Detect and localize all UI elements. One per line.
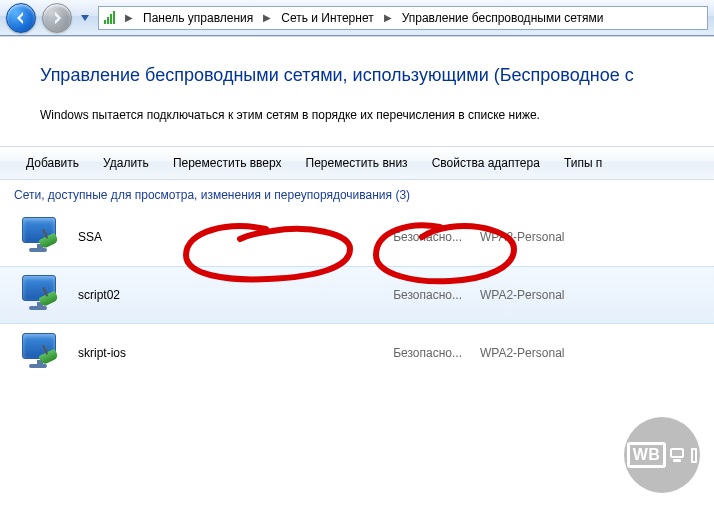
chevron-right-icon: ▶ (382, 12, 394, 23)
wireless-network-icon (20, 275, 64, 315)
add-button[interactable]: Добавить (14, 146, 91, 180)
move-down-button[interactable]: Переместить вниз (294, 146, 420, 180)
security-value: WPA2-Personal (476, 346, 564, 360)
network-row[interactable]: script02 Безопасно... WPA2-Personal (0, 266, 714, 324)
security-label: Безопасно... (382, 288, 462, 302)
chevron-down-icon (81, 15, 89, 21)
button-label: Свойства адаптера (432, 156, 540, 170)
breadcrumb-bar[interactable]: ▶ Панель управления ▶ Сеть и Интернет ▶ … (98, 6, 708, 30)
network-row[interactable]: skript-ios Безопасно... WPA2-Personal (0, 324, 714, 382)
network-row[interactable]: SSA Безопасно... WPA2-Personal (0, 208, 714, 266)
breadcrumb-item[interactable]: Сеть и Интернет (277, 7, 377, 29)
breadcrumb-label: Сеть и Интернет (281, 11, 373, 25)
chevron-right-icon: ▶ (123, 12, 135, 23)
wireless-network-icon (20, 217, 64, 257)
security-label: Безопасно... (382, 230, 462, 244)
security-value: WPA2-Personal (476, 288, 564, 302)
profile-types-button[interactable]: Типы п (552, 146, 614, 180)
command-toolbar: Добавить Удалить Переместить вверх Перем… (0, 146, 714, 180)
remove-button[interactable]: Удалить (91, 146, 161, 180)
svg-rect-2 (110, 14, 112, 24)
network-name: SSA (78, 230, 368, 244)
svg-rect-3 (113, 11, 115, 24)
page-description: Windows пытается подключаться к этим сет… (0, 98, 714, 146)
button-label: Переместить вверх (173, 156, 282, 170)
button-label: Удалить (103, 156, 149, 170)
group-header: Сети, доступные для просмотра, изменения… (0, 180, 714, 208)
button-label: Переместить вниз (306, 156, 408, 170)
breadcrumb-item[interactable]: Панель управления (139, 7, 257, 29)
breadcrumb-label: Управление беспроводными сетями (402, 11, 604, 25)
back-button[interactable] (6, 3, 36, 33)
page-title: Управление беспроводными сетями, использ… (0, 51, 714, 98)
move-up-button[interactable]: Переместить вверх (161, 146, 294, 180)
history-dropdown[interactable] (78, 4, 92, 32)
security-value: WPA2-Personal (476, 230, 564, 244)
svg-rect-1 (107, 17, 109, 24)
wireless-network-icon (20, 333, 64, 373)
adapter-properties-button[interactable]: Свойства адаптера (420, 146, 552, 180)
pc-icon (670, 448, 684, 462)
explorer-nav-bar: ▶ Панель управления ▶ Сеть и Интернет ▶ … (0, 0, 714, 36)
network-list: SSA Безопасно... WPA2-Personal script02 … (0, 208, 714, 382)
network-name: skript-ios (78, 346, 368, 360)
signal-bars-icon (103, 10, 119, 26)
svg-rect-0 (104, 20, 106, 24)
chevron-right-icon: ▶ (261, 12, 273, 23)
page-body: Управление беспроводными сетями, использ… (0, 36, 714, 507)
forward-button[interactable] (42, 3, 72, 33)
network-name: script02 (78, 288, 368, 302)
breadcrumb-item[interactable]: Управление беспроводными сетями (398, 7, 608, 29)
arrow-right-icon (49, 10, 65, 26)
button-label: Добавить (26, 156, 79, 170)
tower-icon (691, 448, 697, 463)
button-label: Типы п (564, 156, 602, 170)
watermark: WB (624, 417, 700, 493)
breadcrumb-label: Панель управления (143, 11, 253, 25)
arrow-left-icon (13, 10, 29, 26)
security-label: Безопасно... (382, 346, 462, 360)
watermark-text: WB (627, 442, 667, 468)
